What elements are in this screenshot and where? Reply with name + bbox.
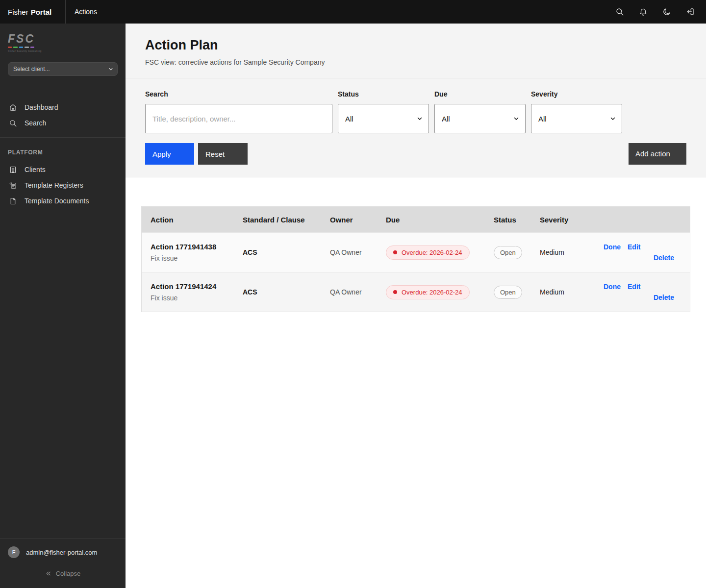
- sidebar-bottom: F admin@fisher-portal.com Collapse: [0, 538, 126, 588]
- double-chevron-left-icon: [45, 570, 51, 577]
- platform-section-label: PLATFORM: [0, 144, 126, 162]
- sidebar-item-search[interactable]: Search: [0, 115, 126, 131]
- brand: Fisher Portal: [0, 0, 66, 24]
- account-row: F admin@fisher-portal.com: [0, 539, 126, 566]
- status-cell: Open: [485, 286, 531, 299]
- table-header-row: Action Standard / Clause Owner Due Statu…: [142, 207, 690, 232]
- logo-dash-blue: [19, 47, 23, 48]
- page-subtitle: FSC view: corrective actions for Sample …: [145, 58, 686, 66]
- register-icon: [9, 181, 17, 190]
- overdue-dot-icon: [393, 290, 397, 294]
- building-icon: [9, 166, 17, 174]
- row-actions-cell: Done Edit Delete: [589, 243, 690, 262]
- status-field: Status All: [338, 90, 429, 133]
- overdue-text: Overdue: 2026-02-24: [402, 249, 462, 256]
- bell-icon[interactable]: [631, 0, 655, 24]
- sidebar-divider: [0, 137, 126, 138]
- standard-cell: ACS: [234, 288, 321, 296]
- fsc-logo-text: FSC: [8, 33, 118, 45]
- severity-cell: Medium: [531, 288, 589, 296]
- done-link[interactable]: Done: [604, 283, 621, 291]
- due-field: Due All: [434, 90, 526, 133]
- actions-table: Action Standard / Clause Owner Due Statu…: [141, 206, 690, 312]
- content-area: Action Standard / Clause Owner Due Statu…: [126, 177, 706, 351]
- add-action-button[interactable]: Add action: [629, 143, 686, 165]
- delete-link[interactable]: Delete: [654, 294, 674, 301]
- sidebar-item-label: Search: [25, 119, 46, 127]
- action-title: Action 1771941424: [151, 282, 234, 291]
- sidebar-item-label: Template Registers: [25, 181, 83, 189]
- due-cell: Overdue: 2026-02-24: [377, 285, 485, 299]
- client-select[interactable]: Select client...: [8, 62, 118, 76]
- severity-field: Severity All: [531, 90, 622, 133]
- severity-cell: Medium: [531, 248, 589, 256]
- sidebar-item-dashboard[interactable]: Dashboard: [0, 99, 126, 115]
- delete-link[interactable]: Delete: [654, 254, 674, 262]
- fsc-logo-caption: Fisher Security Consulting: [8, 49, 118, 52]
- document-icon: [9, 197, 17, 205]
- sidebar-item-template-registers[interactable]: Template Registers: [0, 177, 126, 193]
- filter-bar: Search Status All Due All: [126, 78, 706, 177]
- owner-cell: QA Owner: [321, 248, 377, 256]
- table-row: Action 1771941438 Fix issue ACS QA Owner…: [142, 232, 690, 272]
- column-header-severity: Severity: [531, 216, 589, 224]
- main-content: Action Plan FSC view: corrective actions…: [126, 24, 706, 351]
- status-cell: Open: [485, 246, 531, 259]
- logo-dash-red: [8, 47, 12, 48]
- action-cell: Action 1771941438 Fix issue: [142, 243, 234, 262]
- action-title: Action 1771941438: [151, 243, 234, 251]
- filter-buttons-row: Apply Reset Add action: [145, 143, 686, 165]
- due-cell: Overdue: 2026-02-24: [377, 245, 485, 260]
- column-header-status: Status: [485, 216, 531, 224]
- collapse-sidebar-button[interactable]: Collapse: [0, 566, 126, 588]
- moon-icon[interactable]: [655, 0, 679, 24]
- sidebar: FSC Fisher Security Consulting Select cl…: [0, 24, 126, 588]
- status-select[interactable]: All: [338, 104, 429, 133]
- filter-fields: Search Status All Due All: [145, 90, 686, 133]
- column-header-due: Due: [377, 216, 485, 224]
- fsc-logo-dashes: [8, 47, 34, 48]
- avatar: F: [8, 546, 20, 558]
- standard-cell: ACS: [234, 248, 321, 256]
- topnav-actions[interactable]: Actions: [66, 0, 106, 24]
- brand-secondary: Portal: [31, 8, 52, 16]
- due-select[interactable]: All: [434, 104, 526, 133]
- edit-link[interactable]: Edit: [628, 283, 640, 291]
- overdue-dot-icon: [393, 250, 397, 254]
- status-badge: Open: [494, 246, 522, 259]
- sidebar-item-template-documents[interactable]: Template Documents: [0, 193, 126, 209]
- topbar: Fisher Portal Actions: [0, 0, 706, 24]
- logo-dash-purple: [30, 47, 34, 48]
- action-subtitle: Fix issue: [151, 254, 234, 262]
- topbar-right: [608, 0, 706, 24]
- search-label: Search: [145, 90, 332, 98]
- owner-cell: QA Owner: [321, 288, 377, 296]
- column-header-owner: Owner: [321, 216, 377, 224]
- logo-dash-green: [13, 47, 17, 48]
- page-header: Action Plan FSC view: corrective actions…: [126, 24, 706, 78]
- action-cell: Action 1771941424 Fix issue: [142, 282, 234, 302]
- status-label: Status: [338, 90, 429, 98]
- search-input[interactable]: [145, 104, 332, 133]
- sidebar-item-label: Template Documents: [25, 197, 89, 205]
- sidebar-item-clients[interactable]: Clients: [0, 162, 126, 177]
- status-badge: Open: [494, 286, 522, 299]
- sidebar-item-label: Dashboard: [25, 103, 58, 111]
- column-header-action: Action: [142, 216, 234, 224]
- client-select-wrap: Select client...: [8, 62, 118, 76]
- column-header-standard: Standard / Clause: [234, 216, 321, 224]
- overdue-badge: Overdue: 2026-02-24: [386, 285, 470, 299]
- apply-button[interactable]: Apply: [145, 143, 194, 165]
- severity-label: Severity: [531, 90, 622, 98]
- reset-button[interactable]: Reset: [198, 143, 248, 165]
- search-icon[interactable]: [608, 0, 631, 24]
- home-icon: [9, 103, 17, 112]
- done-link[interactable]: Done: [604, 243, 621, 251]
- fsc-logo: FSC Fisher Security Consulting: [0, 24, 126, 52]
- due-label: Due: [434, 90, 526, 98]
- row-actions-cell: Done Edit Delete: [589, 283, 690, 302]
- collapse-label: Collapse: [56, 570, 81, 577]
- severity-select[interactable]: All: [531, 104, 622, 133]
- edit-link[interactable]: Edit: [628, 243, 640, 251]
- logout-icon[interactable]: [679, 0, 702, 24]
